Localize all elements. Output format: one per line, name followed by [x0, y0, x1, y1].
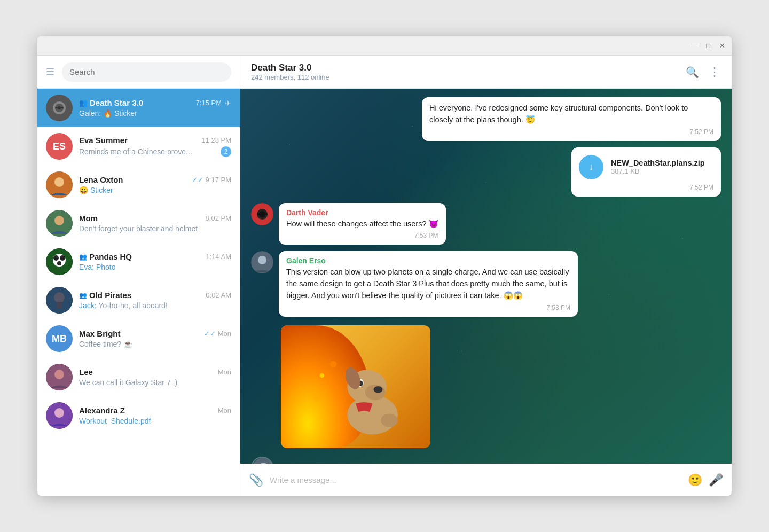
- file-size: 387.1 KB: [611, 167, 705, 175]
- app-window: — □ ✕ ☰: [37, 36, 732, 496]
- chat-time: 9:17 PM: [206, 176, 231, 184]
- mic-icon[interactable]: 🎤: [709, 473, 723, 487]
- chat-panel: Death Star 3.0 242 members, 112 online 🔍…: [240, 56, 732, 496]
- avatar: [46, 210, 73, 237]
- message-bubble: Galen Erso This version can blow up two …: [279, 251, 578, 316]
- chat-time: 11:28 PM: [201, 136, 231, 144]
- chat-name: 👥 Pandas HQ: [79, 252, 132, 261]
- chat-info: Lena Oxton ✓✓ 9:17 PM 😀 Sticker: [79, 175, 231, 194]
- svg-point-35: [330, 361, 337, 367]
- more-icon[interactable]: ⋮: [709, 65, 721, 79]
- chat-item[interactable]: Lee Mon We can call it Galaxy Star 7 ;): [37, 358, 240, 396]
- attach-icon[interactable]: 📎: [249, 473, 263, 487]
- message-sender: Galen Erso: [286, 256, 570, 265]
- message-text: This version can blow up two planets on …: [286, 267, 570, 301]
- message-time: 7:52 PM: [579, 184, 713, 191]
- pin-icon: ✈: [225, 99, 231, 107]
- message-row: Galen Erso This version can blow up two …: [251, 251, 721, 316]
- chat-name: 👥 Death Star 3.0: [79, 98, 143, 107]
- chat-name: Max Bright: [79, 329, 121, 338]
- bottom-avatar-row: [240, 457, 732, 464]
- chat-item[interactable]: 👥 Old Pirates 0:02 AM Jack: Yo-ho-ho, al…: [37, 281, 240, 319]
- search-icon[interactable]: 🔍: [686, 66, 699, 79]
- close-button[interactable]: ✕: [718, 42, 726, 50]
- chat-name: Lena Oxton: [79, 175, 123, 184]
- title-bar-buttons: — □ ✕: [690, 42, 726, 50]
- chat-header-info: Death Star 3.0 242 members, 112 online: [251, 62, 686, 81]
- minimize-button[interactable]: —: [690, 42, 699, 50]
- chat-preview: Workout_Shedule.pdf: [79, 417, 151, 425]
- avatar: MB: [46, 325, 73, 352]
- chat-name: Eva Summer: [79, 136, 128, 145]
- chat-info: Lee Mon We can call it Galaxy Star 7 ;): [79, 367, 231, 387]
- title-bar: — □ ✕: [37, 36, 732, 56]
- download-button[interactable]: ↓: [579, 155, 603, 179]
- svg-point-33: [381, 413, 398, 427]
- chat-info: Mom 8:02 PM Don't forget your blaster an…: [79, 214, 231, 233]
- message-time: 7:52 PM: [429, 128, 713, 136]
- emoji-icon[interactable]: 🙂: [688, 473, 702, 487]
- chat-preview: Coffee time? ☕: [79, 340, 132, 348]
- chat-time: 8:02 PM: [206, 214, 231, 222]
- message-bubble: Darth Vader How will these changes affec…: [279, 203, 446, 245]
- message-row: Darth Vader How will these changes affec…: [251, 203, 721, 245]
- chat-info: Alexandra Z Mon Workout_Shedule.pdf: [79, 406, 231, 425]
- maximize-button[interactable]: □: [704, 42, 712, 50]
- sidebar-header: ☰: [37, 56, 240, 89]
- chat-header-actions: 🔍 ⋮: [686, 65, 721, 79]
- search-input[interactable]: [69, 67, 224, 76]
- chat-preview: Don't forget your blaster and helmet: [79, 224, 198, 233]
- chat-name: 👥 Old Pirates: [79, 291, 131, 300]
- file-bubble: ↓ NEW_DeathStar.plans.zip 387.1 KB: [579, 153, 713, 182]
- message-input[interactable]: [270, 475, 681, 484]
- svg-point-19: [54, 408, 64, 418]
- sender-avatar: [251, 251, 273, 273]
- message-text: How will these changes affect the users?…: [286, 218, 438, 230]
- message-bubble: Hi everyone. I've redesigned some key st…: [422, 97, 721, 141]
- message-time: 7:53 PM: [286, 304, 570, 311]
- message-sender: Darth Vader: [286, 208, 438, 217]
- chat-preview: Galen: 🔥 Sticker: [79, 109, 137, 118]
- chat-item[interactable]: Mom 8:02 PM Don't forget your blaster an…: [37, 204, 240, 242]
- chat-info: 👥 Old Pirates 0:02 AM Jack: Yo-ho-ho, al…: [79, 291, 231, 310]
- typing-avatar: [251, 457, 273, 464]
- chat-item[interactable]: Lena Oxton ✓✓ 9:17 PM 😀 Sticker: [37, 166, 240, 204]
- message-row: Hi everyone. I've redesigned some key st…: [251, 97, 721, 141]
- avatar: ES: [46, 133, 73, 160]
- chat-info: 👥 Pandas HQ 1:14 AM Eva: Photo: [79, 252, 231, 271]
- chat-preview: Jack: Yo-ho-ho, all aboard!: [79, 301, 168, 310]
- sticker-bg: [281, 325, 430, 448]
- chat-item[interactable]: ES Eva Summer 11:28 PM Reminds me of a C…: [37, 127, 240, 166]
- menu-icon[interactable]: ☰: [46, 66, 54, 78]
- avatar: [46, 248, 73, 275]
- chat-item[interactable]: 👥 Death Star 3.0 7:15 PM ✈ Galen: 🔥 Stic…: [37, 89, 240, 127]
- svg-point-12: [57, 261, 61, 265]
- chat-time: Mon: [218, 368, 231, 376]
- sticker-image: [281, 325, 430, 448]
- chat-list: 👥 Death Star 3.0 7:15 PM ✈ Galen: 🔥 Stic…: [37, 89, 240, 496]
- chat-preview: Eva: Photo: [79, 263, 116, 271]
- svg-point-5: [54, 177, 64, 187]
- chat-info: 👥 Death Star 3.0 7:15 PM ✈ Galen: 🔥 Stic…: [79, 98, 231, 118]
- app-body: ☰: [37, 56, 732, 496]
- svg-point-28: [365, 384, 386, 400]
- chat-time: 1:14 AM: [206, 253, 231, 261]
- message-time: 7:53 PM: [286, 232, 438, 239]
- chat-item[interactable]: MB Max Bright ✓✓ Mon Coffee time? ☕: [37, 319, 240, 358]
- file-info: NEW_DeathStar.plans.zip 387.1 KB: [611, 159, 705, 175]
- chat-time: Mon: [218, 406, 231, 414]
- chat-name: Mom: [79, 214, 98, 223]
- svg-point-17: [54, 370, 64, 379]
- search-box[interactable]: [62, 62, 231, 82]
- chat-item[interactable]: 👥 Pandas HQ 1:14 AM Eva: Photo: [37, 242, 240, 281]
- message-row: ↓ NEW_DeathStar.plans.zip 387.1 KB 7:52 …: [251, 147, 721, 197]
- read-receipt-icon: ✓✓: [204, 330, 216, 338]
- svg-rect-23: [257, 213, 268, 215]
- avatar: [46, 95, 73, 121]
- avatar: [46, 364, 73, 390]
- chat-item[interactable]: Alexandra Z Mon Workout_Shedule.pdf: [37, 396, 240, 435]
- svg-point-7: [54, 216, 64, 225]
- messages-area: Hi everyone. I've redesigned some key st…: [240, 89, 732, 457]
- chat-info: Max Bright ✓✓ Mon Coffee time? ☕: [79, 329, 231, 348]
- chat-info: Eva Summer 11:28 PM Reminds me of a Chin…: [79, 136, 231, 157]
